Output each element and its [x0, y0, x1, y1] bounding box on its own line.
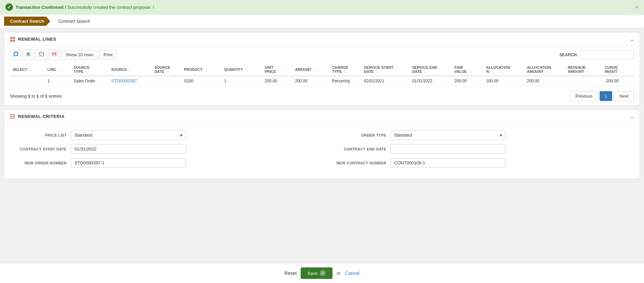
renewal-lines-section: RENEWAL LINES ⌄ X CSV PDF Show 10 rows P… [4, 32, 640, 105]
svg-rect-15 [13, 116, 15, 117]
breadcrumb-item-2[interactable]: Contract Search [50, 17, 96, 26]
col-amount[interactable]: AMOUNT ↑↓ [292, 63, 329, 76]
col-allocation-pct[interactable]: ALLOCATION% ↑↓ [483, 63, 524, 76]
cell-product: S200 [181, 76, 221, 86]
pdf-button[interactable]: PDF [48, 49, 60, 60]
new-order-number-label: NEW ORDER NUMBER [13, 161, 67, 165]
next-button[interactable]: Next [614, 91, 634, 101]
cell-fair-value: 200.00 [452, 76, 483, 86]
col-charge-type[interactable]: CHARGETYPE ↑↓ [329, 63, 361, 76]
col-revenue-amount[interactable]: REVENUEAMOUNT ↑↓ [565, 63, 602, 76]
print-button[interactable]: Print [99, 50, 117, 59]
search-bar: SEARCH: [559, 50, 634, 59]
show-rows-button[interactable]: Show 10 rows [61, 50, 98, 59]
new-order-number-input[interactable] [71, 158, 186, 168]
new-order-number-row: NEW ORDER NUMBER [13, 158, 312, 168]
new-contract-number-input[interactable] [390, 158, 506, 168]
table-row: 1Sales OrderSTD0000397S2001200.00200.00R… [10, 76, 634, 86]
renewal-lines-chevron[interactable]: ⌄ [630, 36, 634, 42]
cell-line: 1 [45, 76, 71, 86]
cell-amount: 200.00 [292, 76, 329, 86]
notification-body: Successfully created the contract propos… [67, 5, 154, 10]
excel-button[interactable]: X [23, 49, 34, 60]
prev-button[interactable]: Previous [570, 91, 598, 101]
col-service-end-date[interactable]: SERVICE ENDDATE ↑↓ [409, 63, 452, 76]
renewal-lines-table: SELECT ↑↓ LINE ↑↓ SOURCETYPE ↑↓ SOURCE ↑… [10, 63, 634, 86]
svg-text:CSV: CSV [39, 52, 44, 57]
svg-rect-16 [10, 118, 12, 119]
cell-service-end-date: 01/31/2022 [409, 76, 452, 86]
criteria-grid: PRICE LIST Standard Premium Basic CONTRA… [13, 130, 631, 172]
new-contract-number-label: NEW CONTRACT NUMBER [332, 161, 386, 165]
cell-select [10, 76, 45, 86]
pagination-controls: Previous 1 Next [570, 91, 634, 101]
col-allocation-amount[interactable]: ALLOCATIONAMOUNT ↑↓ [524, 63, 565, 76]
notification-close-button[interactable]: × [635, 4, 639, 11]
col-quantity[interactable]: QUANTITY ↑↓ [221, 63, 262, 76]
cell-service-start-date: 02/01/2021 [361, 76, 409, 86]
pagination-info: Showing 1 to 1 of 1 entries [10, 94, 62, 99]
renewal-criteria-header: RENEWAL CRITERIA ⌄ [4, 110, 640, 123]
cell-source[interactable]: STD0000397 [108, 76, 152, 86]
col-fair-value[interactable]: FAIRVALUE ↑↓ [452, 63, 483, 76]
renewal-lines-table-container: SELECT ↑↓ LINE ↑↓ SOURCETYPE ↑↓ SOURCE ↑… [4, 63, 640, 88]
col-line[interactable]: LINE ↑↓ [45, 63, 71, 76]
breadcrumb-item-1[interactable]: Contract Search [4, 17, 50, 26]
price-list-label: PRICE LIST [13, 133, 67, 137]
svg-rect-0 [10, 37, 12, 39]
criteria-right-col: ORDER TYPE Standard Premium CONTRACT END… [332, 130, 631, 172]
cell-revenue-amount [565, 76, 602, 86]
csv-button[interactable]: CSV [36, 49, 47, 60]
renewal-criteria-title: RENEWAL CRITERIA [18, 114, 65, 119]
criteria-body: PRICE LIST Standard Premium Basic CONTRA… [4, 123, 640, 179]
svg-rect-3 [13, 40, 15, 42]
main-content: RENEWAL LINES ⌄ X CSV PDF Show 10 rows P… [0, 28, 644, 203]
breadcrumb: Contract Search Contract Search [0, 15, 644, 28]
renewal-lines-toolbar: X CSV PDF Show 10 rows Print SEARCH: [4, 46, 640, 63]
contract-end-date-label: CONTRACT END DATE [332, 147, 386, 151]
criteria-left-col: PRICE LIST Standard Premium Basic CONTRA… [13, 130, 312, 172]
col-select[interactable]: SELECT ↑↓ [10, 63, 45, 76]
cell-curve-in-out: -200.00 [602, 76, 634, 86]
col-service-start-date[interactable]: SERVICE STARTDATE ↑↓ [361, 63, 409, 76]
renewal-criteria-chevron[interactable]: ⌄ [630, 113, 634, 120]
col-source-date[interactable]: SOURCEDATE ↑↓ [152, 63, 181, 76]
contract-end-date-input[interactable] [390, 144, 506, 154]
order-type-wrapper: Standard Premium [390, 130, 506, 140]
search-input[interactable] [580, 50, 634, 59]
col-product[interactable]: PRODUCT ↑↓ [181, 63, 221, 76]
svg-text:X: X [27, 52, 30, 57]
svg-rect-17 [13, 118, 15, 119]
contract-start-date-label: CONTRACT START DATE [13, 147, 67, 151]
order-type-row: ORDER TYPE Standard Premium [332, 130, 631, 140]
col-source[interactable]: SOURCE ↑↓ [108, 63, 152, 76]
check-icon: ✓ [5, 3, 13, 11]
current-page[interactable]: 1 [600, 91, 612, 101]
page-range-end: 1 [37, 94, 39, 99]
col-source-type[interactable]: SOURCETYPE ↑↓ [71, 63, 108, 76]
contract-start-date-input[interactable] [71, 144, 186, 154]
col-curve-in-out[interactable]: CURVEIN/OUT ↑↓ [602, 63, 634, 76]
renewal-lines-title: RENEWAL LINES [18, 37, 56, 42]
copy-button[interactable] [10, 49, 21, 60]
page-range-start: 1 [28, 94, 30, 99]
svg-rect-1 [13, 37, 15, 39]
page-total: 1 [45, 94, 47, 99]
price-list-select[interactable]: Standard Premium Basic [71, 130, 186, 140]
order-type-label: ORDER TYPE [332, 133, 386, 137]
renewal-lines-icon [10, 37, 15, 42]
cell-allocation-pct: 100.00 [483, 76, 524, 86]
notification-bar: ✓ Transaction Confirmed ! Successfully c… [0, 0, 644, 15]
notification-title: Transaction Confirmed ! [16, 5, 66, 10]
col-unit-price[interactable]: UNITPRICE ↑↓ [262, 63, 292, 76]
svg-rect-13 [13, 114, 15, 115]
price-list-wrapper: Standard Premium Basic [71, 130, 186, 140]
search-label: SEARCH: [559, 53, 578, 57]
new-contract-number-row: NEW CONTRACT NUMBER [332, 158, 631, 168]
cell-allocation-amount: 200.00 [524, 76, 565, 86]
cell-quantity: 1 [221, 76, 262, 86]
order-type-select[interactable]: Standard Premium [390, 130, 506, 140]
svg-rect-2 [10, 40, 12, 42]
renewal-criteria-icon [10, 114, 15, 119]
renewal-lines-header: RENEWAL LINES ⌄ [4, 33, 640, 46]
